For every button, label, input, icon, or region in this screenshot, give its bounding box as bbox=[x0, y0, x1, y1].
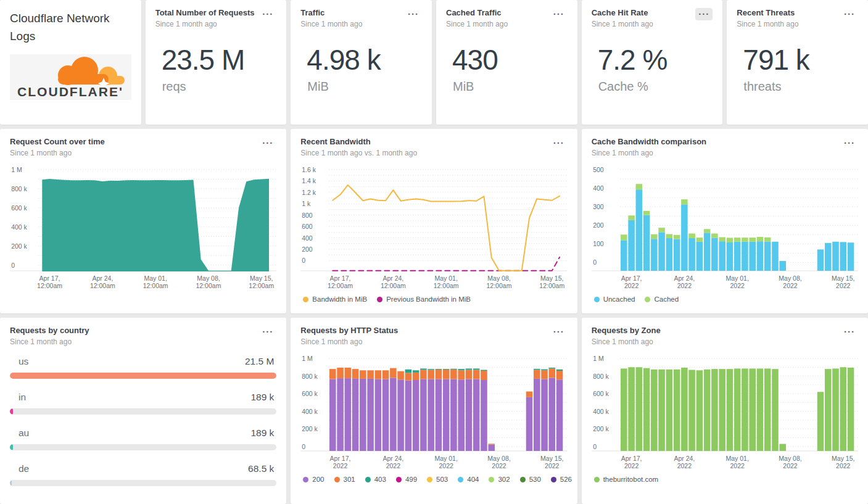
panel-subtitle: Since 1 month ago bbox=[10, 149, 105, 157]
legend-label: 526 bbox=[560, 476, 572, 483]
panel-menu-button[interactable]: ··· bbox=[259, 8, 276, 20]
legend-item[interactable]: 404 bbox=[458, 476, 479, 483]
svg-text:May 08,: May 08, bbox=[779, 275, 801, 282]
cache-bandwidth-chart[interactable]: 0100200300400500Apr 17,2022Apr 24,2022Ma… bbox=[592, 163, 858, 294]
country-bar-track bbox=[10, 444, 276, 450]
svg-text:2022: 2022 bbox=[492, 462, 507, 469]
cloudflare-logo: CLOUDFLARE' bbox=[10, 54, 131, 100]
legend-label: Uncached bbox=[603, 295, 635, 303]
svg-text:May 08,: May 08, bbox=[779, 455, 801, 462]
panel-subtitle: Since 1 month ago bbox=[737, 20, 798, 28]
legend-dot-icon bbox=[489, 477, 494, 482]
country-bar-track bbox=[10, 408, 276, 415]
svg-text:Apr 17,: Apr 17, bbox=[330, 455, 351, 462]
panel-subtitle: Since 1 month ago bbox=[155, 20, 255, 28]
legend-item[interactable]: 499 bbox=[396, 476, 417, 483]
legend-dot-icon bbox=[303, 297, 308, 302]
svg-text:Apr 24,: Apr 24, bbox=[383, 455, 404, 462]
svg-text:200 k: 200 k bbox=[11, 242, 27, 250]
svg-text:2022: 2022 bbox=[624, 462, 639, 469]
legend-item[interactable]: Uncached bbox=[594, 295, 635, 303]
country-bar-fill bbox=[10, 480, 12, 486]
stat-value: 7.2 % bbox=[598, 44, 713, 76]
panel-menu-button[interactable]: ··· bbox=[405, 8, 422, 20]
svg-text:May 08,: May 08, bbox=[488, 455, 511, 462]
svg-text:May 15,: May 15, bbox=[832, 455, 854, 462]
svg-text:0: 0 bbox=[302, 443, 305, 450]
panel-menu-button[interactable]: ··· bbox=[550, 137, 568, 149]
requests-by-zone-chart[interactable]: 0200 k400 k600 k800 k1 MApr 17,2022Apr 2… bbox=[592, 352, 858, 474]
panel-menu-button[interactable]: ··· bbox=[550, 8, 568, 20]
request-count-chart[interactable]: 0200 k400 k600 k800 k1 MApr 17,12:00amAp… bbox=[10, 163, 276, 294]
svg-text:Apr 17,: Apr 17, bbox=[621, 455, 642, 462]
svg-text:0: 0 bbox=[302, 257, 305, 265]
svg-text:May 01,: May 01, bbox=[725, 455, 748, 462]
stat-unit: MiB bbox=[453, 80, 568, 94]
svg-text:Apr 24,: Apr 24, bbox=[92, 275, 113, 282]
svg-text:12:00am: 12:00am bbox=[487, 282, 512, 289]
panel-menu-button[interactable]: ··· bbox=[695, 8, 713, 20]
svg-text:0: 0 bbox=[593, 259, 597, 266]
panel-title: Total Number of Requests bbox=[155, 8, 255, 18]
svg-text:100: 100 bbox=[593, 241, 604, 248]
legend-item[interactable]: Previous Bandwidth in MiB bbox=[377, 295, 471, 303]
svg-text:2022: 2022 bbox=[439, 462, 454, 469]
svg-text:12:00am: 12:00am bbox=[434, 282, 459, 289]
panel-subtitle: Since 1 month ago bbox=[10, 337, 89, 346]
legend-item[interactable]: 403 bbox=[365, 476, 386, 483]
svg-text:2022: 2022 bbox=[545, 462, 560, 469]
stat-panel-total-requests: Total Number of Requests Since 1 month a… bbox=[146, 0, 287, 125]
panel-title: Cache Bandwidth comparison bbox=[592, 137, 706, 147]
stat-unit: reqs bbox=[162, 80, 277, 94]
svg-text:0: 0 bbox=[11, 262, 15, 269]
legend-item[interactable]: 526 bbox=[551, 476, 572, 483]
panel-title: Recent Threats bbox=[737, 8, 798, 18]
svg-text:12:00am: 12:00am bbox=[37, 282, 62, 289]
svg-text:1.4 k: 1.4 k bbox=[302, 178, 316, 185]
branding-panel: Cloudflare Network Logs CLOUDFLARE' bbox=[0, 0, 141, 125]
requests-by-country-list: us21.5 Min189 kau189 kde68.5 k bbox=[10, 356, 276, 486]
panel-menu-button[interactable]: ··· bbox=[841, 8, 858, 20]
country-value: 21.5 M bbox=[245, 356, 274, 367]
stat-panel-traffic: Traffic Since 1 month ago ··· 4.98 k MiB bbox=[291, 0, 432, 125]
svg-text:400: 400 bbox=[302, 234, 313, 242]
stat-panel-recent-threats: Recent Threats Since 1 month ago ··· 791… bbox=[727, 0, 868, 125]
svg-text:800 k: 800 k bbox=[302, 373, 318, 380]
svg-text:200: 200 bbox=[302, 246, 313, 253]
legend-item[interactable]: Cached bbox=[645, 295, 679, 303]
legend-dot-icon bbox=[551, 477, 556, 482]
country-value: 68.5 k bbox=[248, 463, 274, 474]
legend-item[interactable]: 503 bbox=[427, 476, 448, 483]
panel-menu-button[interactable]: ··· bbox=[841, 326, 858, 338]
svg-text:12:00am: 12:00am bbox=[90, 282, 115, 289]
legend-item[interactable]: 301 bbox=[334, 476, 355, 483]
legend-item[interactable]: Bandwidth in MiB bbox=[303, 295, 367, 303]
svg-text:May 08,: May 08, bbox=[488, 275, 511, 282]
legend-item[interactable]: 302 bbox=[489, 476, 510, 483]
panel-menu-button[interactable]: ··· bbox=[841, 137, 858, 149]
stat-panel-cached-traffic: Cached Traffic Since 1 month ago ··· 430… bbox=[436, 0, 577, 125]
svg-text:2022: 2022 bbox=[333, 462, 348, 469]
recent-bandwidth-chart[interactable]: 02004006008001 k1.2 k1.4 k1.6 kApr 17,12… bbox=[300, 163, 567, 294]
legend-dot-icon bbox=[645, 297, 650, 302]
legend-item[interactable]: theburritobot.com bbox=[594, 476, 659, 483]
legend-item[interactable]: 200 bbox=[303, 476, 324, 483]
panel-subtitle: Since 1 month ago bbox=[446, 20, 508, 28]
logo-wordmark: CLOUDFLARE' bbox=[17, 85, 123, 99]
panel-menu-button[interactable]: ··· bbox=[259, 137, 276, 149]
dashboard: Cloudflare Network Logs CLOUDFLARE' Tota… bbox=[0, 0, 868, 504]
panel-title: Requests by Zone bbox=[592, 326, 661, 336]
country-row: us21.5 M bbox=[10, 356, 276, 379]
chart-legend: Bandwidth in MiBPrevious Bandwidth in Mi… bbox=[303, 295, 567, 303]
country-label: de bbox=[19, 463, 29, 474]
panel-menu-button[interactable]: ··· bbox=[259, 326, 276, 338]
svg-text:200: 200 bbox=[593, 222, 604, 229]
legend-label: 503 bbox=[436, 476, 448, 483]
country-bar-track bbox=[10, 480, 276, 486]
legend-label: Cached bbox=[654, 295, 679, 303]
svg-text:12:00am: 12:00am bbox=[196, 282, 221, 289]
panel-menu-button[interactable]: ··· bbox=[550, 326, 568, 338]
svg-text:May 15,: May 15, bbox=[832, 275, 854, 282]
legend-item[interactable]: 530 bbox=[520, 476, 541, 483]
http-status-chart[interactable]: 0200 k400 k600 k800 k1 MApr 17,2022Apr 2… bbox=[300, 352, 567, 474]
